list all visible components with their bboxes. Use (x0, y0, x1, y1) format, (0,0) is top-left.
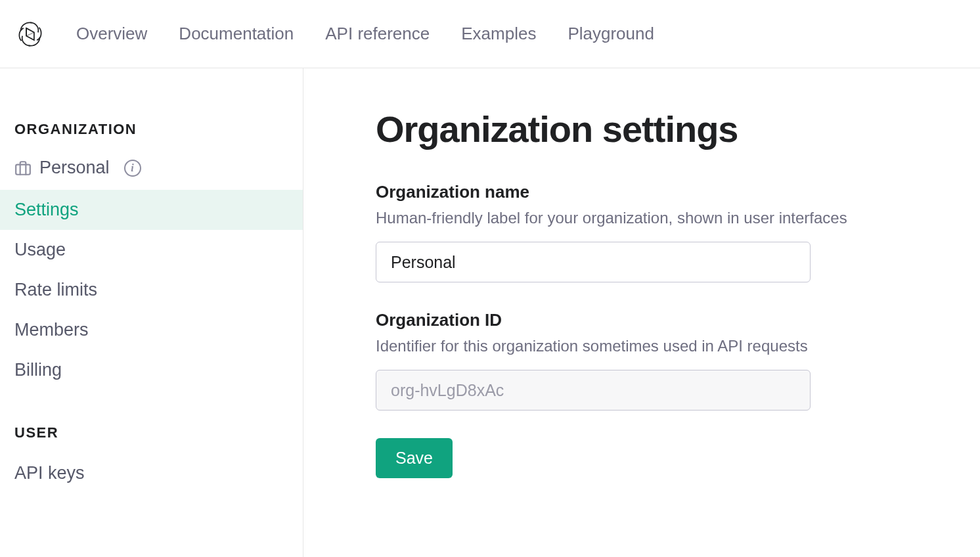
organization-icon (14, 160, 32, 177)
sidebar-item-api-keys[interactable]: API keys (0, 453, 303, 493)
topbar: Overview Documentation API reference Exa… (0, 0, 980, 68)
sidebar-item-settings[interactable]: Settings (0, 190, 303, 230)
sidebar-section-user: USER (0, 424, 303, 453)
sidebar-item-members[interactable]: Members (0, 310, 303, 350)
sidebar-item-usage[interactable]: Usage (0, 230, 303, 270)
top-nav: Overview Documentation API reference Exa… (76, 24, 654, 44)
sidebar-org-selector[interactable]: Personal i (0, 150, 303, 190)
main-panel: Organization settings Organization name … (303, 68, 980, 557)
org-name-desc: Human-friendly label for your organizati… (376, 209, 980, 227)
org-name-label: Organization name (376, 182, 980, 202)
nav-playground[interactable]: Playground (568, 24, 654, 44)
sidebar-item-rate-limits[interactable]: Rate limits (0, 270, 303, 310)
sidebar-org-name: Personal (39, 158, 110, 178)
org-id-input[interactable] (376, 370, 811, 411)
nav-api-reference[interactable]: API reference (325, 24, 430, 44)
sidebar-item-billing[interactable]: Billing (0, 350, 303, 390)
openai-logo-icon[interactable] (16, 20, 45, 49)
nav-documentation[interactable]: Documentation (179, 24, 294, 44)
nav-examples[interactable]: Examples (461, 24, 536, 44)
info-icon[interactable]: i (124, 160, 141, 177)
page-title: Organization settings (376, 108, 980, 150)
sidebar: ORGANIZATION Personal i Settings Usage R… (0, 68, 303, 557)
nav-overview[interactable]: Overview (76, 24, 147, 44)
sidebar-section-organization: ORGANIZATION (0, 121, 303, 150)
save-button[interactable]: Save (376, 438, 453, 478)
svg-rect-0 (16, 164, 30, 174)
org-name-input[interactable] (376, 242, 811, 282)
content: ORGANIZATION Personal i Settings Usage R… (0, 68, 980, 557)
org-id-desc: Identifier for this organization sometim… (376, 337, 980, 355)
org-id-label: Organization ID (376, 310, 980, 330)
